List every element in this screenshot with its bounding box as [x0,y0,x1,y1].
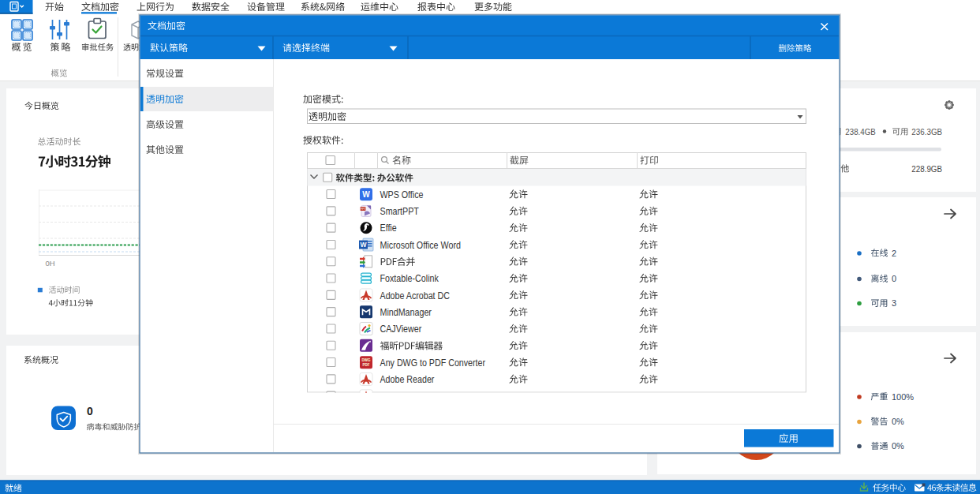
svg-text:CAJViewer: CAJViewer [380,324,422,335]
svg-text:Effie: Effie [380,223,397,234]
svg-text:Any DWG to PDF Converter: Any DWG to PDF Converter [380,357,486,369]
svg-text:0%: 0% [892,441,904,451]
svg-text:0: 0 [87,405,93,417]
svg-text:238.4GB: 238.4GB [845,127,876,137]
svg-text:W: W [360,241,367,249]
svg-text:Microsoft Office Word: Microsoft Office Word [380,240,461,251]
svg-text:0H: 0H [46,259,55,268]
svg-text:MindManager: MindManager [380,307,432,318]
svg-text:2: 2 [892,249,896,258]
svg-text:0: 0 [892,274,896,283]
svg-text:3: 3 [892,298,896,308]
svg-text:SmartPPT: SmartPPT [380,206,420,217]
svg-text:WPS Office: WPS Office [380,189,424,200]
svg-text:228.9GB: 228.9GB [911,164,942,174]
svg-text:Foxtable-Colink: Foxtable-Colink [380,273,440,284]
svg-text:W: W [362,190,370,199]
svg-text:PDF: PDF [363,363,370,367]
svg-text:236.3GB: 236.3GB [911,127,942,137]
svg-text:0%: 0% [892,417,904,426]
svg-text:Adobe Acrobat DC: Adobe Acrobat DC [380,290,451,301]
svg-text:PPT: PPT [361,208,366,211]
svg-text:Adobe Reader: Adobe Reader [380,374,435,385]
svg-text:100%: 100% [892,392,914,402]
svg-text:DWG: DWG [362,358,371,362]
